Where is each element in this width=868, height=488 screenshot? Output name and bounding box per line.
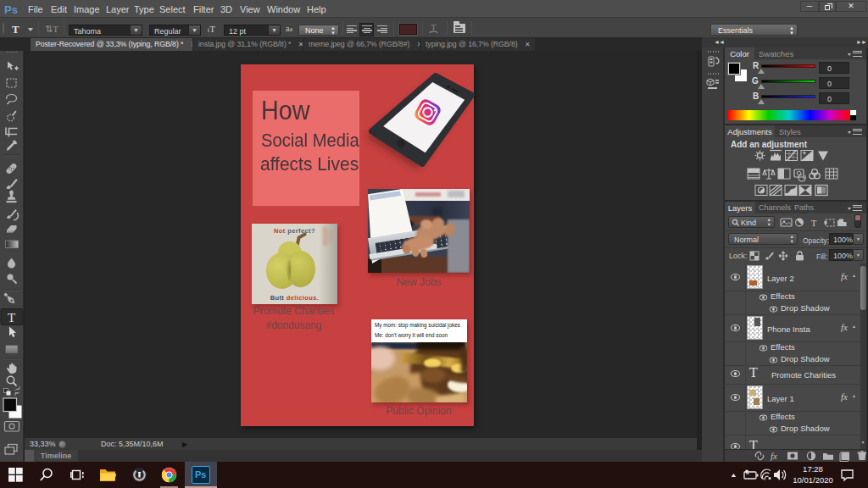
svg-text:T: T xyxy=(8,311,15,324)
svg-text:T: T xyxy=(811,218,817,228)
svg-text:T: T xyxy=(431,23,436,32)
svg-text:fx: fx xyxy=(771,451,777,461)
